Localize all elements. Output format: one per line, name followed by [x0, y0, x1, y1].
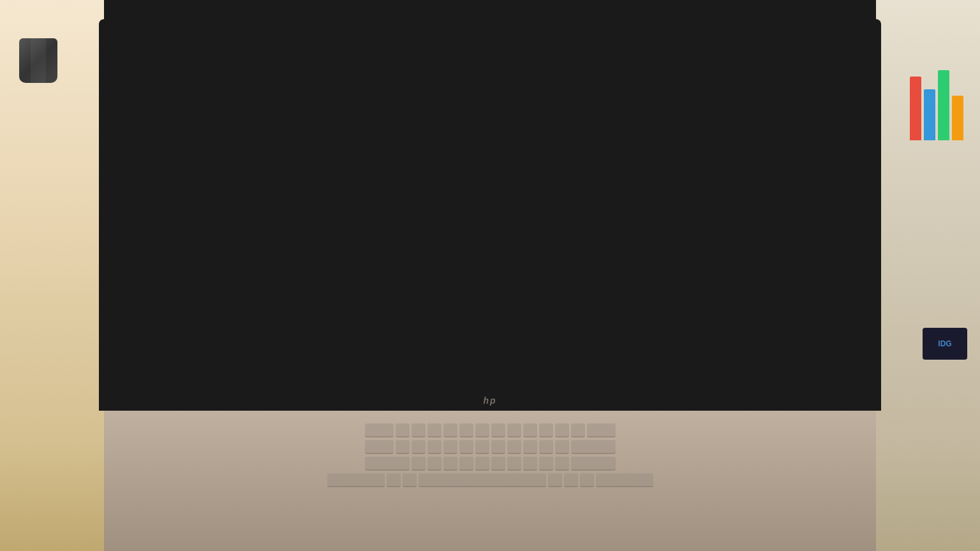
app-item-fileexplorer[interactable]: File Explorer — [203, 184, 242, 236]
mail-label: Mail — [299, 115, 311, 122]
start-menu-search-bar[interactable]: 🔍 — [120, 35, 366, 52]
user-avatar — [119, 386, 135, 402]
app-item-mail[interactable]: Mail — [286, 82, 325, 126]
fileexplorer-label: File Explorer — [205, 217, 239, 232]
taskbar-zoom-icon[interactable]: Z — [442, 240, 459, 258]
pinned-label: Pinned — [120, 64, 145, 73]
hp-logo: hp — [483, 395, 496, 406]
svg-point-7 — [124, 389, 130, 394]
app-item-edge[interactable]: Edge — [120, 82, 159, 126]
svg-rect-10 — [389, 249, 393, 254]
taskbar-norton-icon[interactable]: N — [480, 240, 498, 258]
taskbar-search[interactable]: 🔍 Search ●IDG — [235, 242, 311, 255]
svg-rect-0 — [133, 140, 139, 145]
battery-icon[interactable]: 🔋 — [719, 243, 731, 254]
word-icon: W — [168, 85, 195, 112]
svg-rect-8 — [389, 244, 393, 249]
keyboard-rows — [327, 423, 653, 487]
app-item-photos[interactable]: Photos — [161, 129, 200, 181]
app-item-msstore[interactable]: Microsoft Store — [120, 129, 159, 181]
settings-label: Settings — [211, 162, 234, 170]
user-power-bar: Anyron Copeman — [109, 383, 377, 406]
taskbar: 🔍 Search ●IDG W — [208, 237, 772, 260]
desk-left — [0, 0, 104, 551]
start-button[interactable] — [213, 240, 232, 257]
user-name: Anyron Copeman — [140, 390, 195, 398]
taskbar-snagit-icon[interactable]: S — [518, 240, 536, 258]
clock-display[interactable]: 18:32 14/08/2023 — [735, 240, 767, 257]
filmstv-label: Films & TV — [248, 217, 279, 224]
photos-label: Photos — [171, 162, 191, 170]
app-item-notepad[interactable]: Notepad — [120, 184, 159, 236]
onenote-label: OneNote — [251, 162, 276, 170]
calendar-icon — [334, 85, 360, 112]
app-item-paint[interactable]: Paint — [161, 184, 200, 236]
wifi-icon[interactable]: 📶 — [690, 243, 702, 254]
power-button[interactable] — [352, 386, 367, 403]
idg-box — [923, 328, 967, 360]
win-tile-green — [223, 243, 228, 248]
desk-right — [876, 0, 980, 551]
win-tile-blue — [217, 249, 222, 254]
app-item-clock[interactable]: Clock — [327, 129, 366, 181]
calculator-icon — [292, 133, 319, 159]
edge-label: Edge — [132, 115, 147, 122]
notepad-label: Notepad — [128, 217, 152, 224]
cup-body — [19, 38, 57, 83]
kb-row-4 — [327, 473, 653, 487]
excel-label: Excel — [214, 115, 230, 122]
app-item-powerpoint[interactable]: P PowerPoint — [244, 82, 283, 126]
app-item-word[interactable]: W Word — [161, 82, 200, 126]
app-item-settings[interactable]: Settings — [203, 129, 242, 181]
app-item-cortana[interactable]: Cortana — [327, 184, 366, 236]
all-apps-button[interactable]: All apps › — [323, 62, 366, 74]
clock-date: 14/08/2023 — [735, 249, 767, 257]
recommended-label: Recommended — [120, 246, 175, 255]
user-info[interactable]: Anyron Copeman — [119, 386, 195, 402]
start-menu-search-input[interactable] — [143, 40, 359, 48]
taskbar-chrome-icon[interactable] — [461, 240, 479, 258]
windows-logo-icon — [217, 243, 228, 254]
settings-icon — [209, 133, 236, 159]
kb-row-2 — [327, 440, 653, 454]
taskbar-teams-icon[interactable]: T — [537, 240, 555, 258]
book-4 — [952, 96, 963, 140]
win-tile-yellow — [223, 249, 228, 254]
kb-row-3 — [327, 457, 653, 471]
volume-icon[interactable]: 🔇 — [704, 243, 716, 254]
tray-overflow-button[interactable]: ∧ — [666, 246, 671, 253]
taskbar-pinned-apps: W Z — [314, 240, 664, 258]
svg-rect-11 — [394, 249, 398, 254]
calendar-label: Calendar — [334, 115, 360, 122]
notepad-icon — [126, 187, 153, 214]
taskbar-photoshop-icon[interactable]: Ps — [499, 240, 517, 258]
svg-rect-9 — [394, 244, 398, 249]
taskbar-fileexplorer-icon[interactable] — [422, 240, 440, 258]
language-display[interactable]: ENG UK — [674, 241, 687, 256]
powerpoint-label: PowerPoint — [248, 115, 280, 122]
mail-icon — [292, 85, 319, 112]
kb-row-1 — [327, 423, 653, 437]
taskbar-sticky-icon[interactable]: 📌 — [556, 240, 574, 258]
clock-label: Clock — [339, 162, 355, 170]
idg-badge: ●IDG — [281, 246, 299, 253]
app-item-tips[interactable]: Tips — [286, 184, 325, 236]
word-label: Word — [174, 115, 189, 122]
svg-rect-1 — [140, 140, 146, 145]
app-item-calendar[interactable]: Calendar — [327, 82, 366, 126]
taskbar-store-icon[interactable] — [384, 240, 402, 258]
svg-rect-3 — [140, 147, 146, 152]
msstore-icon — [126, 133, 153, 159]
taskbar-paramount-icon[interactable]: P+ — [575, 240, 593, 258]
calculator-label: Calculator — [291, 162, 320, 170]
filmstv-icon — [251, 187, 278, 214]
svg-point-6 — [344, 198, 350, 204]
app-item-excel[interactable]: X Excel — [203, 82, 242, 126]
paint-icon — [168, 187, 195, 214]
app-item-calculator[interactable]: Calculator — [286, 129, 325, 181]
app-item-onenote[interactable]: N OneNote — [244, 129, 283, 181]
app-item-filmstv[interactable]: Films & TV — [244, 184, 283, 236]
taskbar-word-icon[interactable]: W — [403, 240, 421, 258]
msstore-label: Microsoft Store — [122, 162, 156, 177]
pinned-apps-grid: Edge W Word X Excel P Powe — [120, 82, 366, 236]
